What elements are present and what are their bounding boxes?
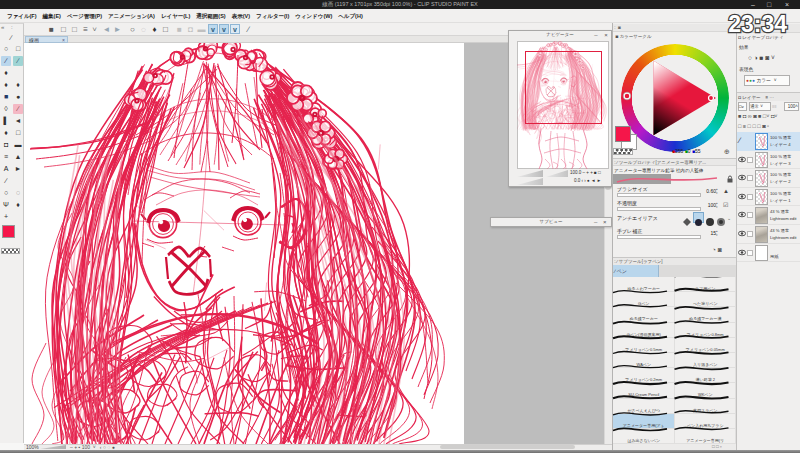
svg-text:23:34: 23:34	[728, 11, 787, 37]
